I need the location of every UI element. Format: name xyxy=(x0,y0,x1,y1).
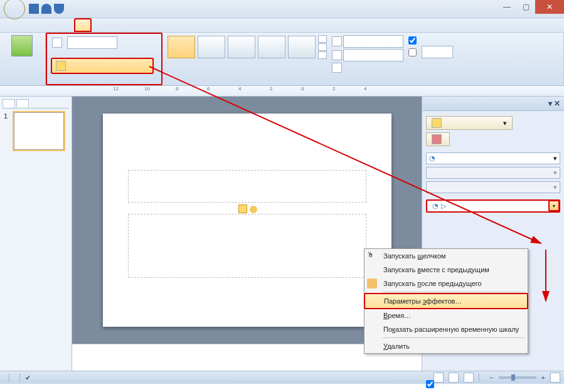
tab-slideshow[interactable] xyxy=(92,18,107,32)
autopreview-checkbox[interactable] xyxy=(426,380,437,388)
close-button[interactable]: ✕ xyxy=(535,0,564,14)
effect-item-dropdown[interactable]: ▾ xyxy=(548,200,560,211)
play-icon: ▷ xyxy=(441,202,446,210)
menu-start-click[interactable]: 🖱Запускать щелчком xyxy=(364,249,528,263)
menu-separator xyxy=(382,292,525,292)
save-icon[interactable] xyxy=(29,4,39,14)
star-icon xyxy=(432,118,442,128)
zoom-out-icon[interactable]: − xyxy=(489,374,493,381)
zoom-slider[interactable] xyxy=(499,376,536,379)
office-button[interactable] xyxy=(4,0,25,19)
chevron-down-icon: ▾ xyxy=(553,154,557,162)
transition-gallery[interactable] xyxy=(168,35,327,59)
slides-tab[interactable] xyxy=(3,99,15,107)
view-sorter-icon[interactable] xyxy=(449,373,459,383)
menu-separator xyxy=(382,337,525,338)
zoom-in-icon[interactable]: + xyxy=(541,374,545,381)
change-effect-button[interactable]: ▾ xyxy=(426,116,513,130)
effect-context-menu: 🖱Запускать щелчком Запускать вместе с пр… xyxy=(364,248,528,354)
custom-animation-button[interactable] xyxy=(51,58,154,74)
auto-after-checkbox[interactable] xyxy=(408,46,453,58)
menu-show-timeline[interactable]: Показать расширенную временную шкалу xyxy=(364,322,528,336)
taskpane-close-icon[interactable]: ▾ ✕ xyxy=(548,99,560,108)
taskpane-header: ▾ ✕ xyxy=(422,97,564,111)
view-slideshow-icon[interactable] xyxy=(464,373,474,383)
speed-icon xyxy=(332,50,342,60)
status-bar: ✔ − + xyxy=(0,371,564,384)
preview-button[interactable] xyxy=(4,34,40,58)
tab-design[interactable] xyxy=(59,18,74,32)
ribbon-tabs xyxy=(0,18,564,33)
menu-effect-options[interactable]: Параметры эффектов… xyxy=(364,293,528,309)
custom-animation-icon xyxy=(56,61,66,71)
effect-list-item[interactable]: ◔ ▷ ▾ xyxy=(426,199,560,213)
on-click-checkbox[interactable] xyxy=(408,36,453,45)
tab-view[interactable] xyxy=(122,18,137,32)
group-animation xyxy=(46,33,162,85)
preview-icon xyxy=(11,35,33,56)
slide-number: 1 xyxy=(3,109,9,154)
fit-icon[interactable] xyxy=(550,373,560,383)
menu-timing[interactable]: Время… xyxy=(364,309,528,322)
transition-sound-dropdown[interactable] xyxy=(343,35,403,48)
title-placeholder[interactable] xyxy=(128,170,366,203)
maximize-button[interactable]: ▢ xyxy=(516,0,535,14)
start-dropdown[interactable]: ◔ ▾ xyxy=(426,152,560,164)
menu-start-after[interactable]: Запускать после предыдущего xyxy=(364,277,528,290)
group-transition xyxy=(162,33,564,85)
horizontal-ruler: 12108642024 xyxy=(0,86,564,97)
transition-1[interactable] xyxy=(198,36,225,58)
gallery-down-icon[interactable] xyxy=(318,43,327,51)
property-dropdown: ▾ xyxy=(426,167,560,179)
menu-start-with[interactable]: Запускать вместе с предыдущим xyxy=(364,263,528,277)
gallery-up-icon[interactable] xyxy=(318,35,327,43)
window-controls: — ▢ ✕ xyxy=(497,0,564,14)
chevron-down-icon: ▾ xyxy=(503,119,507,127)
transition-none[interactable] xyxy=(168,36,195,58)
transition-speed-dropdown[interactable] xyxy=(343,49,403,61)
sound-icon xyxy=(250,206,257,213)
apply-to-all-button[interactable] xyxy=(332,63,403,73)
animation-icon xyxy=(52,38,62,48)
group-preview-label xyxy=(4,83,41,84)
redo-icon[interactable] xyxy=(54,4,64,14)
gallery-more-icon[interactable] xyxy=(318,51,327,59)
ribbon xyxy=(0,33,564,86)
group-preview xyxy=(0,33,46,85)
speed-dropdown: ▾ xyxy=(426,181,560,193)
subtitle-placeholder[interactable] xyxy=(128,214,366,278)
tab-home[interactable] xyxy=(29,18,44,32)
animation-dropdown[interactable] xyxy=(67,36,117,49)
pane-tabs xyxy=(3,99,69,109)
mouse-icon: 🖱 xyxy=(367,251,377,261)
clock-icon xyxy=(367,278,377,289)
transition-2[interactable] xyxy=(228,36,255,58)
animation-badge xyxy=(238,204,258,215)
slides-pane: 1 xyxy=(0,97,72,371)
menu-remove[interactable]: Удалить xyxy=(364,339,528,353)
auto-after-value[interactable] xyxy=(422,46,453,58)
remove-icon xyxy=(432,134,442,144)
group-transition-label xyxy=(166,83,560,84)
outline-tab[interactable] xyxy=(16,99,29,107)
transition-4[interactable] xyxy=(288,36,316,58)
group-animation-label xyxy=(51,82,157,83)
quick-access-toolbar xyxy=(29,4,64,14)
transition-3[interactable] xyxy=(258,36,285,58)
tab-insert[interactable] xyxy=(44,18,59,32)
minimize-button[interactable]: — xyxy=(497,0,516,14)
apply-all-icon xyxy=(332,63,342,73)
spellcheck-icon[interactable]: ✔ xyxy=(25,374,31,382)
tab-review[interactable] xyxy=(107,18,122,32)
undo-icon[interactable] xyxy=(41,4,51,14)
tab-animation[interactable] xyxy=(74,18,92,32)
sound-icon xyxy=(332,36,342,46)
badge-number xyxy=(238,204,247,213)
slide-canvas[interactable] xyxy=(103,114,391,327)
slide-thumbnail-1[interactable] xyxy=(14,112,64,150)
clock-icon: ◔ xyxy=(432,202,439,210)
title-bar: — ▢ ✕ xyxy=(0,0,564,18)
remove-effect-button[interactable] xyxy=(426,132,450,146)
